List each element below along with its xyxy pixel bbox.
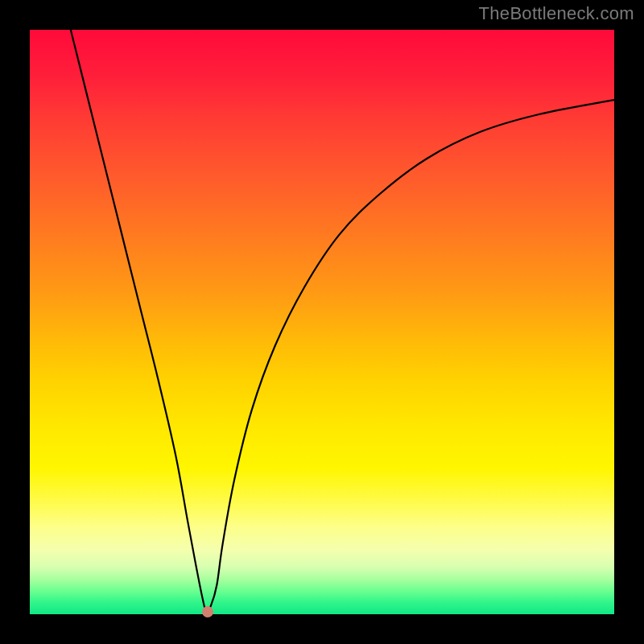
bottleneck-curve [30, 30, 614, 614]
plot-area [30, 30, 614, 614]
chart-frame: TheBottleneck.com [0, 0, 644, 644]
minimum-marker [202, 606, 213, 617]
watermark-text: TheBottleneck.com [479, 3, 634, 24]
